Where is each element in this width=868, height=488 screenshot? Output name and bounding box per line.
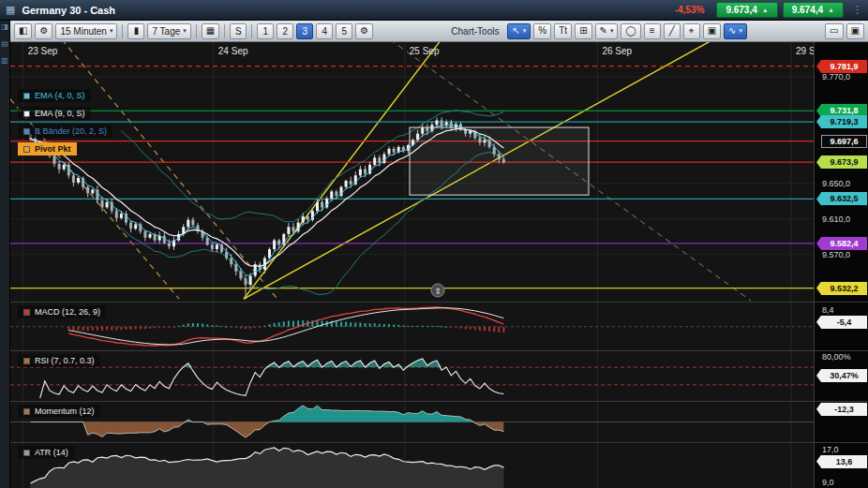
price-flag[interactable]: 9.781,9 [821,60,867,73]
pointer-tool[interactable]: ↖▾ [507,23,531,39]
shape-tool[interactable]: ◯ [621,23,640,39]
gear-icon: ⚙ [360,26,368,36]
draw-tool[interactable]: ✎▾ [595,23,619,39]
chevron-down-icon: ▾ [183,27,187,35]
sell-button[interactable]: 9.673,4 ▲ [716,2,777,18]
rsi-label[interactable]: RSI (7, 0.7, 0.3) [18,354,100,367]
legend-label: EMA (4, 0, S) [35,91,85,100]
rsi-panel[interactable]: RSI (7, 0.7, 0.3) [10,350,814,401]
legend-label: EMA (9, 0, S) [35,109,85,118]
momentum-label[interactable]: Momentum (12) [18,405,100,418]
chart-page-2[interactable]: 2 [277,23,293,39]
chart-page-1[interactable]: 1 [257,23,274,39]
main-chart-canvas[interactable]: ⇕ [10,42,814,302]
scale-separator [815,350,868,351]
watchlist-icon[interactable]: ▤ [1,40,8,48]
indicator-tool[interactable]: ∿▾ [724,23,747,39]
atr-label[interactable]: ATR (14) [18,446,74,459]
price-flag[interactable]: -12,3 [821,403,867,416]
restore-window-button[interactable]: ▭ [825,23,843,39]
price-flag[interactable]: -5,4 [821,316,867,329]
gear-icon: ⚙ [39,26,48,36]
legend-item[interactable]: B Bänder (20, 2, S) [18,125,112,138]
legend-swatch-icon [23,146,30,153]
window-title: Germany 30 - Cash [22,5,115,16]
percent-tool[interactable]: % [533,23,551,39]
grid-view-button[interactable]: ▣ [846,23,864,39]
trading-app-window: ▦ Germany 30 - Cash -4,53% 9.673,4 ▲ 9.6… [0,0,868,488]
chart-page-5[interactable]: 5 [336,23,352,39]
price-scale-tick: 9.650,0 [822,179,850,188]
up-arrow-icon: ▲ [828,7,834,13]
momentum-canvas[interactable] [10,402,814,442]
chart-type-button[interactable]: ▮ [127,23,144,39]
fibonacci-tool[interactable]: ≡ [644,23,661,39]
macd-swatch-icon [23,309,30,316]
price-scale-tick: 80,00% [822,352,851,362]
macd-panel[interactable]: MACD (12, 26, 9) [10,302,814,350]
price-flag[interactable]: 9.632,5 [821,192,867,205]
buy-price: 9.674,4 [792,5,823,15]
main-chart-panel[interactable]: ⇕ 23 Sep24 Sep25 Sep26 Sep29 Sep EMA (4,… [10,42,814,302]
price-flag[interactable]: 9.719,3 [821,115,867,128]
settings-button[interactable]: ⚙ [35,23,52,39]
calendar-button[interactable]: ▦ [202,23,219,39]
rsi-canvas[interactable] [10,351,814,401]
legend-item[interactable]: EMA (4, 0, S) [18,89,91,102]
instrument-menu-icon[interactable]: ▦ [6,5,15,15]
legend-swatch-icon [23,128,30,135]
price-scale[interactable]: 9.770,09.650,09.610,09.570,09.781,99.731… [814,42,868,488]
percent-tool-icon: % [538,26,546,36]
price-flag[interactable]: 13,6 [821,455,867,468]
atr-label-text: ATR (14) [35,448,68,457]
snapshot-tool[interactable]: ▣ [703,23,721,39]
orders-icon[interactable]: ▥ [1,57,8,65]
price-flag[interactable]: 9.697,6 [821,135,867,148]
chevron-down-icon: ▾ [739,27,742,35]
panel-toggle-icon[interactable]: ◨ [1,23,8,31]
momentum-swatch-icon [23,408,30,415]
selection-box[interactable] [410,127,589,195]
chart-page-3[interactable]: 3 [296,23,313,39]
layout-button[interactable]: ◧ [14,23,32,39]
chart-tools-group: ↖▾%Tt⊞✎▾◯≡╱⌖▣∿▾ [507,23,747,39]
buy-button[interactable]: 9.674,4 ▲ [783,2,844,18]
text-tool-icon: Tt [559,26,567,36]
indicator-tool-icon: ∿ [728,26,736,36]
range-select[interactable]: 7 Tage ▾ [147,23,190,39]
interval-select[interactable]: 15 Minuten ▾ [55,23,117,39]
price-flag[interactable]: 30,47% [821,369,867,382]
price-flag[interactable]: 9.673,9 [821,155,867,169]
price-scale-tick: 9.570,0 [822,250,850,259]
chart-module: ◧ ⚙ 15 Minuten ▾ ▮ 7 Tage ▾ ▦ S 12345 ⚙ [10,21,868,488]
atr-panel[interactable]: ATR (14) [10,442,814,488]
price-flag[interactable]: 9.532,2 [821,282,867,295]
macd-label[interactable]: MACD (12, 26, 9) [18,305,106,318]
toolbar-separator [251,24,252,38]
scale-separator [815,442,868,443]
legend-item[interactable]: EMA (9, 0, S) [18,107,91,120]
crosshair-tool[interactable]: ⌖ [683,23,700,39]
candlestick-icon: ▮ [134,26,140,36]
grid-tool[interactable]: ⊞ [575,23,591,39]
macd-canvas[interactable] [10,303,814,350]
s-layout-button[interactable]: S [230,23,247,39]
more-options-icon[interactable]: ⋮ [852,4,862,16]
text-tool[interactable]: Tt [554,23,572,39]
momentum-panel[interactable]: Momentum (12) [10,401,814,442]
chart-tools-label: Chart-Tools [451,26,499,37]
indicator-legend: EMA (4, 0, S)EMA (9, 0, S)B Bänder (20, … [18,89,112,155]
chart-page-4[interactable]: 4 [316,23,333,39]
legend-item[interactable]: Pivot Pkt [18,142,77,155]
chart-settings-button[interactable]: ⚙ [355,23,373,39]
grid-tool-icon: ⊞ [579,26,587,36]
crosshair-tool-icon: ⌖ [689,26,695,36]
up-arrow-icon: ▲ [762,7,769,13]
price-flag[interactable]: 9.582,4 [821,237,867,250]
scale-separator [815,302,868,303]
collapsed-side-panel[interactable]: ◨ ▤ ▥ [0,21,10,488]
svg-text:⇕: ⇕ [434,287,441,296]
trendline-tool[interactable]: ╱ [664,23,681,39]
scroll-to-end-handle[interactable]: ⇕ [431,284,444,297]
atr-canvas[interactable] [10,443,814,488]
